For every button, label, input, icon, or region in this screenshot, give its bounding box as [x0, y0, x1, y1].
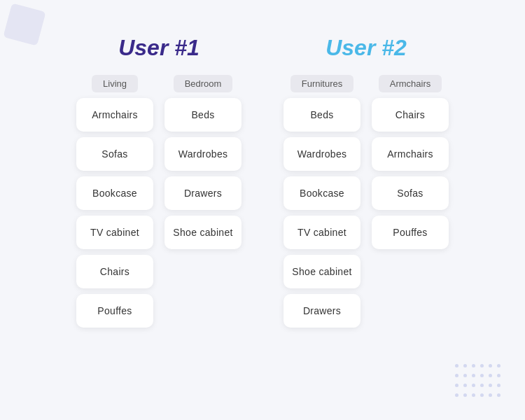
user1-column-1-header: Bedroom	[174, 75, 233, 92]
user2-title: User #2	[326, 35, 407, 61]
user1-col1-item-2[interactable]: Drawers	[164, 176, 241, 210]
user1-col1-item-3[interactable]: Shoe cabinet	[164, 216, 241, 249]
user1-col0-item-2[interactable]: Bookcase	[76, 176, 153, 210]
user1-column-0: LivingArmchairsSofasBookcaseTV cabinetCh…	[76, 75, 153, 333]
user-section-user2: User #2FurnituresBedsWardrobesBookcaseTV…	[284, 35, 449, 333]
user2-col0-item-4[interactable]: Shoe cabinet	[284, 255, 360, 288]
user2-col0-item-1[interactable]: Wardrobes	[284, 137, 360, 171]
user1-column-1: BedroomBedsWardrobesDrawersShoe cabinet	[164, 75, 241, 255]
user2-column-0-header: Furnitures	[290, 75, 354, 92]
user2-col0-item-2[interactable]: Bookcase	[284, 176, 360, 210]
user2-col0-item-5[interactable]: Drawers	[284, 294, 360, 328]
user1-col1-item-0[interactable]: Beds	[164, 98, 241, 132]
user1-col0-item-0[interactable]: Armchairs	[76, 98, 153, 132]
user1-col0-item-4[interactable]: Chairs	[76, 255, 153, 288]
user1-columns: LivingArmchairsSofasBookcaseTV cabinetCh…	[76, 75, 241, 333]
user2-column-0: FurnituresBedsWardrobesBookcaseTV cabine…	[284, 75, 360, 333]
user2-col1-item-2[interactable]: Sofas	[372, 176, 449, 210]
user1-title: User #1	[118, 35, 200, 61]
user1-column-0-header: Living	[92, 75, 138, 92]
user2-col1-item-3[interactable]: Pouffes	[372, 216, 449, 249]
user1-col1-item-1[interactable]: Wardrobes	[164, 137, 241, 171]
user2-col0-item-3[interactable]: TV cabinet	[284, 216, 360, 249]
user2-column-1-header: Armchairs	[379, 75, 442, 92]
user2-col1-item-1[interactable]: Armchairs	[372, 137, 449, 171]
user1-col0-item-5[interactable]: Pouffes	[76, 294, 153, 328]
decorative-dots	[455, 364, 511, 406]
user1-col0-item-1[interactable]: Sofas	[76, 137, 153, 171]
user2-col0-item-0[interactable]: Beds	[284, 98, 360, 132]
user2-col1-item-0[interactable]: Chairs	[372, 98, 449, 132]
user2-columns: FurnituresBedsWardrobesBookcaseTV cabine…	[284, 75, 449, 333]
user1-col0-item-3[interactable]: TV cabinet	[76, 216, 153, 249]
user-section-user1: User #1LivingArmchairsSofasBookcaseTV ca…	[76, 35, 241, 333]
main-container: User #1LivingArmchairsSofasBookcaseTV ca…	[0, 0, 525, 333]
user2-column-1: ArmchairsChairsArmchairsSofasPouffes	[372, 75, 449, 255]
